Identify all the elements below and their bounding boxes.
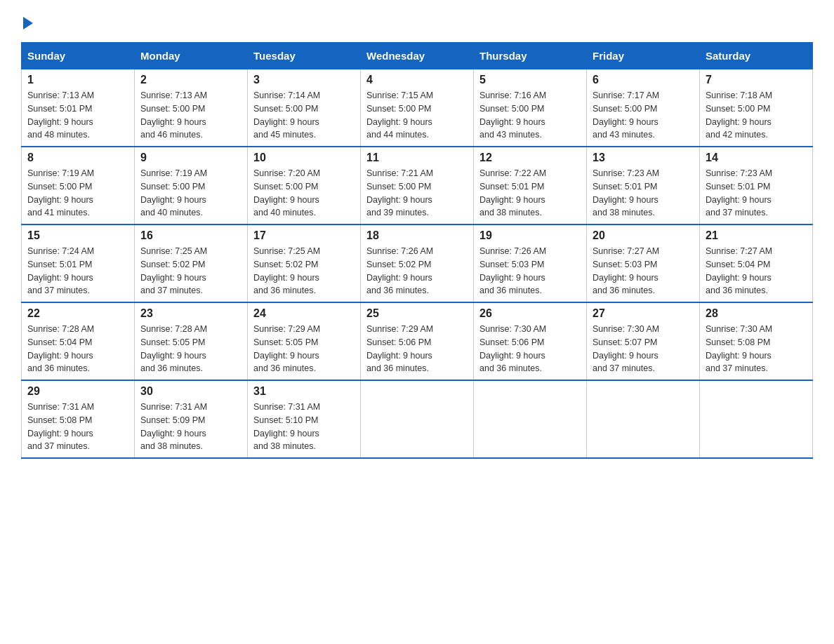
calendar-cell: 18 Sunrise: 7:26 AMSunset: 5:02 PMDaylig… (361, 224, 474, 302)
day-number: 13 (593, 152, 694, 164)
calendar-header: SundayMondayTuesdayWednesdayThursdayFrid… (22, 43, 813, 69)
calendar-cell: 31 Sunrise: 7:31 AMSunset: 5:10 PMDaylig… (248, 380, 361, 458)
day-info: Sunrise: 7:13 AMSunset: 5:00 PMDaylight:… (140, 89, 241, 142)
calendar-cell: 7 Sunrise: 7:18 AMSunset: 5:00 PMDayligh… (700, 69, 813, 147)
calendar-cell: 15 Sunrise: 7:24 AMSunset: 5:01 PMDaylig… (22, 224, 135, 302)
day-number: 3 (253, 74, 355, 86)
calendar-cell: 10 Sunrise: 7:20 AMSunset: 5:00 PMDaylig… (248, 147, 361, 224)
calendar-cell: 28 Sunrise: 7:30 AMSunset: 5:08 PMDaylig… (700, 302, 813, 380)
day-info: Sunrise: 7:31 AMSunset: 5:09 PMDaylight:… (140, 401, 241, 453)
calendar-cell: 27 Sunrise: 7:30 AMSunset: 5:07 PMDaylig… (587, 302, 700, 380)
day-info: Sunrise: 7:17 AMSunset: 5:00 PMDaylight:… (593, 89, 694, 142)
calendar-cell: 6 Sunrise: 7:17 AMSunset: 5:00 PMDayligh… (587, 69, 700, 147)
day-info: Sunrise: 7:23 AMSunset: 5:01 PMDaylight:… (593, 167, 694, 220)
logo-row1 (21, 14, 33, 29)
week-row-3: 15 Sunrise: 7:24 AMSunset: 5:01 PMDaylig… (22, 224, 813, 302)
day-number: 4 (366, 74, 468, 86)
calendar-cell: 14 Sunrise: 7:23 AMSunset: 5:01 PMDaylig… (700, 147, 813, 224)
logo-arrow-icon (23, 17, 33, 29)
day-number: 14 (706, 152, 807, 164)
day-number: 30 (140, 385, 241, 398)
day-number: 24 (253, 307, 355, 320)
day-info: Sunrise: 7:27 AMSunset: 5:04 PMDaylight:… (706, 245, 807, 297)
logo-wrapper (21, 14, 33, 29)
day-number: 15 (27, 229, 128, 242)
day-number: 9 (140, 152, 241, 164)
day-number: 21 (706, 229, 807, 242)
day-number: 28 (706, 307, 807, 320)
day-info: Sunrise: 7:28 AMSunset: 5:05 PMDaylight:… (140, 323, 241, 375)
col-header-wednesday: Wednesday (361, 43, 474, 69)
calendar-cell: 5 Sunrise: 7:16 AMSunset: 5:00 PMDayligh… (474, 69, 587, 147)
week-row-5: 29 Sunrise: 7:31 AMSunset: 5:08 PMDaylig… (22, 380, 813, 458)
day-info: Sunrise: 7:29 AMSunset: 5:05 PMDaylight:… (253, 323, 355, 375)
calendar-cell (361, 380, 474, 458)
day-number: 6 (593, 74, 694, 86)
calendar-cell: 26 Sunrise: 7:30 AMSunset: 5:06 PMDaylig… (474, 302, 587, 380)
week-row-2: 8 Sunrise: 7:19 AMSunset: 5:00 PMDayligh… (22, 147, 813, 224)
col-header-monday: Monday (135, 43, 248, 69)
day-info: Sunrise: 7:19 AMSunset: 5:00 PMDaylight:… (140, 167, 241, 220)
calendar-cell: 2 Sunrise: 7:13 AMSunset: 5:00 PMDayligh… (135, 69, 248, 147)
calendar-cell: 20 Sunrise: 7:27 AMSunset: 5:03 PMDaylig… (587, 224, 700, 302)
day-number: 25 (366, 307, 468, 320)
day-info: Sunrise: 7:20 AMSunset: 5:00 PMDaylight:… (253, 167, 355, 220)
day-number: 27 (593, 307, 694, 320)
day-number: 18 (366, 229, 468, 242)
day-number: 23 (140, 307, 241, 320)
calendar-cell: 29 Sunrise: 7:31 AMSunset: 5:08 PMDaylig… (22, 380, 135, 458)
day-number: 2 (140, 74, 241, 86)
calendar-body: 1 Sunrise: 7:13 AMSunset: 5:01 PMDayligh… (22, 69, 813, 459)
day-number: 16 (140, 229, 241, 242)
week-row-1: 1 Sunrise: 7:13 AMSunset: 5:01 PMDayligh… (22, 69, 813, 147)
col-header-saturday: Saturday (700, 43, 813, 69)
day-info: Sunrise: 7:19 AMSunset: 5:00 PMDaylight:… (27, 167, 128, 220)
calendar-table: SundayMondayTuesdayWednesdayThursdayFrid… (21, 42, 813, 459)
day-number: 5 (479, 74, 581, 86)
calendar-cell: 17 Sunrise: 7:25 AMSunset: 5:02 PMDaylig… (248, 224, 361, 302)
day-number: 11 (366, 152, 468, 164)
calendar-cell: 16 Sunrise: 7:25 AMSunset: 5:02 PMDaylig… (135, 224, 248, 302)
day-number: 12 (479, 152, 581, 164)
day-info: Sunrise: 7:30 AMSunset: 5:08 PMDaylight:… (706, 323, 807, 375)
calendar-cell (700, 380, 813, 458)
day-info: Sunrise: 7:29 AMSunset: 5:06 PMDaylight:… (366, 323, 468, 375)
calendar-cell: 24 Sunrise: 7:29 AMSunset: 5:05 PMDaylig… (248, 302, 361, 380)
col-header-thursday: Thursday (474, 43, 587, 69)
day-info: Sunrise: 7:13 AMSunset: 5:01 PMDaylight:… (27, 89, 128, 142)
day-info: Sunrise: 7:31 AMSunset: 5:10 PMDaylight:… (253, 401, 355, 453)
day-number: 19 (479, 229, 581, 242)
day-number: 31 (253, 385, 355, 398)
calendar-cell: 1 Sunrise: 7:13 AMSunset: 5:01 PMDayligh… (22, 69, 135, 147)
day-info: Sunrise: 7:18 AMSunset: 5:00 PMDaylight:… (706, 89, 807, 142)
calendar-cell (474, 380, 587, 458)
day-number: 26 (479, 307, 581, 320)
calendar-cell: 9 Sunrise: 7:19 AMSunset: 5:00 PMDayligh… (135, 147, 248, 224)
day-number: 22 (27, 307, 128, 320)
calendar-cell: 13 Sunrise: 7:23 AMSunset: 5:01 PMDaylig… (587, 147, 700, 224)
day-info: Sunrise: 7:15 AMSunset: 5:00 PMDaylight:… (366, 89, 468, 142)
day-number: 29 (27, 385, 128, 398)
col-header-tuesday: Tuesday (248, 43, 361, 69)
day-number: 10 (253, 152, 355, 164)
calendar-cell: 8 Sunrise: 7:19 AMSunset: 5:00 PMDayligh… (22, 147, 135, 224)
logo (21, 14, 33, 29)
calendar-cell: 30 Sunrise: 7:31 AMSunset: 5:09 PMDaylig… (135, 380, 248, 458)
day-info: Sunrise: 7:31 AMSunset: 5:08 PMDaylight:… (27, 401, 128, 453)
col-header-friday: Friday (587, 43, 700, 69)
day-number: 20 (593, 229, 694, 242)
calendar-cell: 3 Sunrise: 7:14 AMSunset: 5:00 PMDayligh… (248, 69, 361, 147)
day-info: Sunrise: 7:22 AMSunset: 5:01 PMDaylight:… (479, 167, 581, 220)
calendar-cell: 4 Sunrise: 7:15 AMSunset: 5:00 PMDayligh… (361, 69, 474, 147)
col-header-sunday: Sunday (22, 43, 135, 69)
calendar-cell (587, 380, 700, 458)
day-info: Sunrise: 7:30 AMSunset: 5:06 PMDaylight:… (479, 323, 581, 375)
day-info: Sunrise: 7:23 AMSunset: 5:01 PMDaylight:… (706, 167, 807, 220)
header-row: SundayMondayTuesdayWednesdayThursdayFrid… (22, 43, 813, 69)
day-number: 1 (27, 74, 128, 86)
day-info: Sunrise: 7:24 AMSunset: 5:01 PMDaylight:… (27, 245, 128, 297)
day-info: Sunrise: 7:16 AMSunset: 5:00 PMDaylight:… (479, 89, 581, 142)
calendar-cell: 11 Sunrise: 7:21 AMSunset: 5:00 PMDaylig… (361, 147, 474, 224)
day-info: Sunrise: 7:25 AMSunset: 5:02 PMDaylight:… (253, 245, 355, 297)
day-number: 7 (706, 74, 807, 86)
